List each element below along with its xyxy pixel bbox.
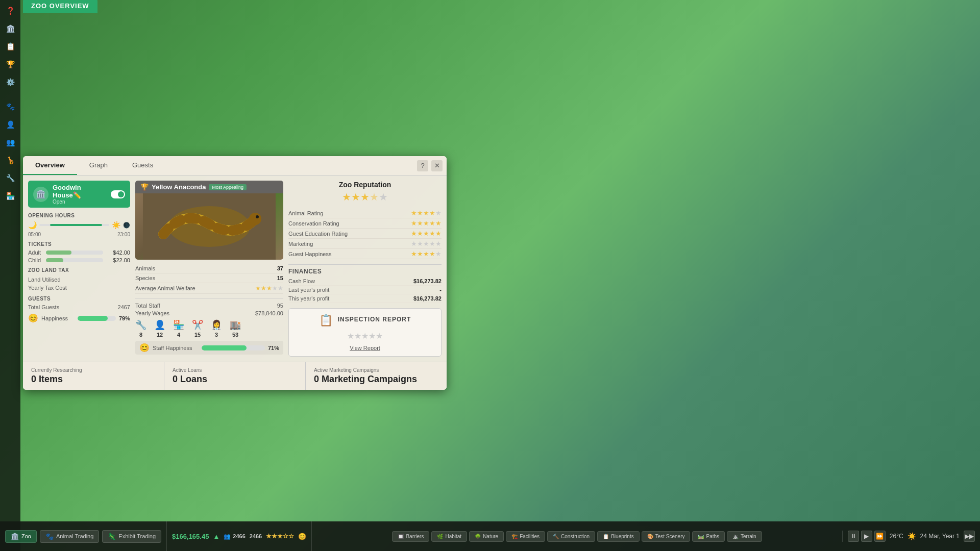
welfare-stat-row: Average Animal Welfare ★★★★★	[135, 283, 283, 294]
child-label: Child	[28, 257, 46, 263]
last-profit-row: Last year's profit -	[288, 286, 442, 294]
sidebar-icon-mechanics[interactable]: 🔧	[2, 170, 18, 186]
sidebar-icon-tasks[interactable]: 📋	[2, 38, 18, 55]
exhibit-trading-icon: 🦎	[108, 533, 116, 540]
exhibit-trading-btn[interactable]: 🦎 Exhibit Trading	[102, 530, 161, 543]
hours-row: 🌙 ☀️ 🌑	[28, 221, 130, 229]
blueprints-btn[interactable]: 📋 Blueprints	[597, 531, 639, 542]
play-btn[interactable]: ▶	[861, 531, 872, 542]
happiness-row: 😊 Happiness 79%	[28, 313, 130, 323]
education-rating-stars: ★★★★★	[411, 230, 442, 237]
zoo-taskbar-icon: 🏛️	[11, 533, 19, 540]
mechanic-icon: 🔧	[135, 319, 146, 331]
sidebar-icon-awards[interactable]: 🏆	[2, 56, 18, 72]
sidebar-icon-animals[interactable]: 🐾	[2, 98, 18, 115]
opening-hours-label: Opening Hours	[28, 213, 130, 218]
sidebar-icon-staff[interactable]: 👤	[2, 116, 18, 133]
test-scenery-icon: 🎨	[647, 534, 653, 539]
facilities-btn[interactable]: 🏗️ Facilities	[506, 531, 545, 542]
vendor-icon: 🏪	[173, 319, 184, 331]
sidebar-icon-guests[interactable]: 👥	[2, 134, 18, 151]
adult-price: $42.00	[107, 249, 130, 256]
staff-happiness-pct: 71%	[268, 345, 279, 351]
child-ticket-bar[interactable]	[46, 258, 103, 262]
expand-btn[interactable]: ▶▶	[964, 531, 975, 542]
view-report-button[interactable]: View Report	[294, 345, 436, 351]
nature-btn[interactable]: 🌳 Nature	[469, 531, 504, 542]
tab-overview[interactable]: Overview	[23, 156, 77, 175]
tab-guests[interactable]: Guests	[120, 156, 165, 175]
barriers-btn[interactable]: 🔲 Barriers	[392, 531, 429, 542]
zoo-open-toggle[interactable]	[111, 190, 125, 198]
construction-btn[interactable]: 🔨 Construction	[547, 531, 595, 542]
date-display: 24 Mar, Year 1	[920, 533, 960, 540]
staff-smiley-icon: 😊	[139, 343, 150, 353]
researching-title: Currently Researching	[31, 367, 156, 373]
guest-happiness-rating-stars: ★★★★★	[411, 250, 442, 258]
entertainer-icon: 🏬	[230, 319, 241, 331]
terrain-btn[interactable]: ⛰️ Terrain	[727, 531, 762, 542]
sidebar-icon-exhibits[interactable]: 🦒	[2, 152, 18, 168]
sidebar-icon-shops[interactable]: 🏪	[2, 188, 18, 204]
tab-graph[interactable]: Graph	[77, 156, 120, 175]
svg-point-3	[256, 215, 259, 218]
zoo-taskbar-btn[interactable]: 🏛️ Zoo	[5, 530, 37, 543]
paths-btn[interactable]: 🛤️ Paths	[692, 531, 725, 542]
right-column: Zoo Reputation ★★★★★ Animal Rating ★★★★★…	[288, 181, 442, 357]
animal-image	[135, 193, 283, 260]
marketing-rating-row: Marketing ★★★★★	[288, 239, 442, 249]
help-button[interactable]: ?	[417, 160, 428, 171]
pause-btn[interactable]: ⏸	[848, 531, 859, 542]
bottom-info-bar: Currently Researching 0 Items Active Loa…	[23, 362, 447, 390]
total-guests-row: Total Guests 2467	[28, 304, 130, 310]
zoo-status: Open	[53, 199, 107, 205]
inspection-clipboard-icon: 📋	[319, 314, 333, 327]
animal-stats-table: Animals 37 Species 15 Average Animal Wel…	[135, 264, 283, 294]
animal-trading-btn[interactable]: 🐾 Animal Trading	[40, 530, 99, 543]
staff-item-entertainers: 🏬 53	[230, 319, 241, 338]
marketing-section: Active Marketing Campaigns 0 Marketing C…	[306, 362, 447, 390]
moon-icon: 🌙	[28, 221, 37, 229]
test-scenery-btn[interactable]: 🎨 Test Scenery	[642, 531, 691, 542]
habitat-btn[interactable]: 🌿 Habitat	[431, 531, 467, 542]
staff-happiness-row: 😊 Staff Happiness 71%	[135, 341, 283, 355]
cash-flow-row: Cash Flow $16,273.82	[288, 277, 442, 286]
close-button[interactable]: ✕	[431, 160, 443, 171]
marketing-value: 0 Marketing Campaigns	[314, 374, 438, 385]
reputation-table: Animal Rating ★★★★★ Conservation Rating …	[288, 208, 442, 259]
adult-ticket-row: Adult $42.00	[28, 249, 130, 256]
reputation-overall-stars: ★★★★★	[288, 191, 442, 203]
taskbar-right: ⏸ ▶ ⏩ 26°C ☀️ 24 Mar, Year 1 ▶▶	[842, 531, 980, 542]
staff-item-educators: ✂️ 15	[192, 319, 203, 338]
fast-btn[interactable]: ⏩	[874, 531, 886, 542]
adult-ticket-bar[interactable]	[46, 251, 103, 255]
taskbar-money-section: $166,165.45 ▲ 👥 2466 2466 ★★★☆☆ 😊	[167, 521, 312, 551]
happiness-pct: 79%	[119, 315, 130, 321]
animal-header: 🏆 Yellow Anaconda Most Appealing	[135, 181, 283, 193]
middle-column: 🏆 Yellow Anaconda Most Appealing	[135, 181, 283, 357]
moon-night-icon: 🌑	[123, 222, 130, 229]
facilities-icon: 🏗️	[511, 534, 518, 539]
sidebar-icon-zoo[interactable]: 🏛️	[2, 20, 18, 37]
happiness-smiley-icon: 😊	[28, 313, 38, 323]
inspection-box: 📋 INSPECTION REPORT ★★★★★ View Report	[288, 308, 442, 357]
guest-happiness-rating-row: Guest Happiness ★★★★★	[288, 249, 442, 259]
construction-icon: 🔨	[553, 534, 559, 539]
species-stat-row: Species 15	[135, 273, 283, 283]
staff-item-mechanics: 🔧 8	[135, 319, 146, 338]
animal-most-appealing-badge: Most Appealing	[209, 184, 247, 190]
vet-icon: 👩‍⚕️	[211, 319, 222, 331]
taskbar-stars: ★★★☆☆	[266, 533, 294, 540]
hours-slider[interactable]	[39, 224, 109, 226]
paths-icon: 🛤️	[698, 534, 704, 539]
panel-content: 🏛️ Goodwin House✏️ Open Opening Hours 🌙 …	[23, 176, 447, 362]
conservation-rating-row: Conservation Rating ★★★★★	[288, 218, 442, 229]
sidebar-icon-help[interactable]: ❓	[2, 3, 18, 19]
finances-table: Cash Flow $16,273.82 Last year's profit …	[288, 277, 442, 303]
sidebar-icon-settings[interactable]: ⚙️	[2, 74, 18, 90]
zoo-icon: 🏛️	[33, 187, 48, 202]
staff-divider	[135, 298, 283, 298]
taskbar-guest-count: 👥 2466	[224, 533, 245, 540]
habitat-icon: 🌿	[437, 534, 443, 539]
temperature-display: 26°C	[890, 533, 903, 540]
